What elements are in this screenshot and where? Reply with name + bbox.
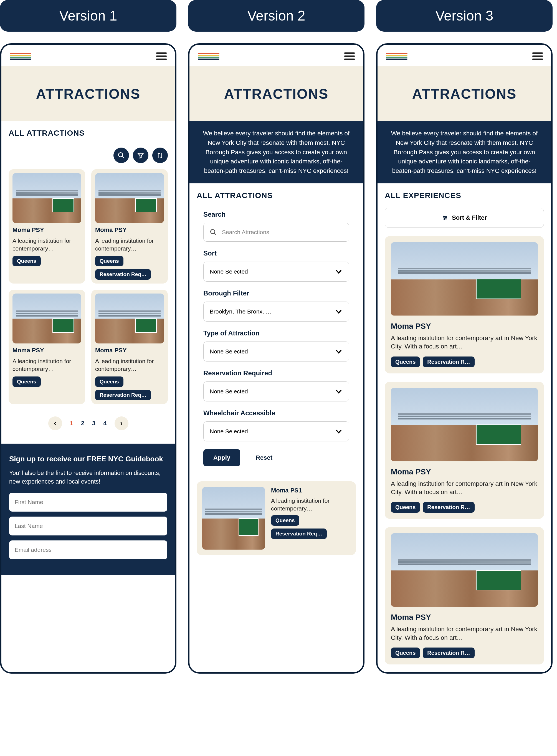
sort-value: None Selected <box>210 268 248 275</box>
page-number[interactable]: 3 <box>92 420 95 427</box>
phone-frame-v1: ATTRACTIONS ALL ATTRACTIONS Moma PSY A l… <box>0 43 176 674</box>
logo[interactable] <box>10 53 31 60</box>
page-number[interactable]: 1 <box>70 420 73 427</box>
reservation-tag: Reservation R… <box>423 647 475 658</box>
next-page-button[interactable]: › <box>115 416 128 430</box>
page-number[interactable]: 2 <box>81 420 84 427</box>
chevron-down-icon <box>334 267 343 276</box>
card-title: Moma PSY <box>95 347 164 354</box>
card-title: Moma PSY <box>391 467 538 476</box>
card-title: Moma PSY <box>391 322 538 331</box>
attraction-image <box>391 388 538 461</box>
phone-frame-v2: ATTRACTIONS We believe every traveler sh… <box>188 43 364 674</box>
prev-page-button[interactable]: ‹ <box>48 416 62 430</box>
pagination: ‹ 1 2 3 4 › <box>9 411 168 436</box>
filter-icon[interactable] <box>133 148 148 163</box>
sort-label: Sort <box>203 250 349 257</box>
search-icon[interactable] <box>113 148 129 163</box>
hero-banner: ATTRACTIONS <box>189 66 363 121</box>
section-title: ALL ATTRACTIONS <box>9 129 168 138</box>
borough-filter-value: Brooklyn, The Bronx, … <box>210 308 271 315</box>
section-title: ALL EXPERIENCES <box>385 191 544 200</box>
type-filter-select[interactable]: None Selected <box>203 342 349 361</box>
card-description: A leading institution for contemporary a… <box>391 480 538 497</box>
intro-copy: We believe every traveler should find th… <box>189 121 363 183</box>
sort-select[interactable]: None Selected <box>203 262 349 282</box>
search-placeholder: Search Attractions <box>222 229 269 236</box>
card-title: Moma PSY <box>391 613 538 622</box>
borough-tag: Queens <box>391 647 420 658</box>
wheelchair-filter-select[interactable]: None Selected <box>203 421 349 441</box>
section-title: ALL ATTRACTIONS <box>197 191 356 200</box>
borough-filter-select[interactable]: Brooklyn, The Bronx, … <box>203 301 349 322</box>
card-title: Moma PS1 <box>271 487 350 494</box>
logo[interactable] <box>386 53 408 60</box>
svg-point-0 <box>118 153 123 157</box>
chevron-down-icon <box>334 427 343 436</box>
experience-card[interactable]: Moma PSY A leading institution for conte… <box>385 236 544 373</box>
hamburger-menu-icon[interactable] <box>344 53 355 60</box>
signup-form: Sign up to receive our FREE NYC Guideboo… <box>1 444 175 575</box>
card-description: A leading institution for contemporary… <box>95 237 164 253</box>
apply-button[interactable]: Apply <box>203 449 240 466</box>
card-description: A leading institution for contemporary a… <box>391 625 538 642</box>
borough-tag: Queens <box>95 376 123 387</box>
attraction-image <box>95 173 164 223</box>
intro-copy: We believe every traveler should find th… <box>378 121 551 183</box>
search-input[interactable]: Search Attractions <box>203 223 349 242</box>
experience-card[interactable]: Moma PSY A leading institution for conte… <box>385 527 544 664</box>
chevron-down-icon <box>334 308 343 316</box>
last-name-field[interactable] <box>9 517 167 535</box>
hero-title: ATTRACTIONS <box>7 86 170 102</box>
hamburger-menu-icon[interactable] <box>156 53 167 60</box>
version-2-header: Version 2 <box>188 0 364 32</box>
borough-tag: Queens <box>12 376 41 387</box>
attraction-card[interactable]: Moma PSY A leading institution for conte… <box>91 169 168 284</box>
attraction-list-item[interactable]: Moma PS1 A leading institution for conte… <box>197 481 356 555</box>
logo[interactable] <box>198 53 219 60</box>
sort-icon[interactable] <box>152 148 168 163</box>
hamburger-menu-icon[interactable] <box>532 53 543 60</box>
type-filter-label: Type of Attraction <box>203 329 349 337</box>
version-3-header: Version 3 <box>376 0 553 32</box>
attraction-card[interactable]: Moma PSY A leading institution for conte… <box>9 290 85 404</box>
reservation-filter-value: None Selected <box>210 388 248 395</box>
reservation-tag: Reservation R… <box>423 356 475 367</box>
version-1-header: Version 1 <box>0 0 176 32</box>
card-description: A leading institution for contemporary a… <box>391 334 538 351</box>
hero-banner: ATTRACTIONS <box>1 66 175 121</box>
card-description: A leading institution for contemporary… <box>12 237 81 253</box>
attraction-image <box>12 293 81 344</box>
reservation-tag: Reservation Req… <box>271 528 327 539</box>
page-number[interactable]: 4 <box>103 420 107 427</box>
email-field[interactable] <box>9 541 167 559</box>
chevron-down-icon <box>334 347 343 356</box>
svg-point-5 <box>445 217 447 219</box>
svg-point-4 <box>444 216 445 217</box>
attraction-card[interactable]: Moma PSY A leading institution for conte… <box>9 169 85 284</box>
attraction-image <box>391 533 538 607</box>
reset-button[interactable]: Reset <box>256 454 272 461</box>
svg-line-1 <box>122 156 123 157</box>
borough-tag: Queens <box>271 515 299 526</box>
attraction-image <box>202 487 265 550</box>
experience-card[interactable]: Moma PSY A leading institution for conte… <box>385 382 544 519</box>
hero-title: ATTRACTIONS <box>195 86 357 102</box>
reservation-tag: Reservation R… <box>423 502 475 513</box>
search-icon <box>210 229 217 236</box>
type-filter-value: None Selected <box>210 348 248 355</box>
signup-heading: Sign up to receive our FREE NYC Guideboo… <box>9 454 167 464</box>
reservation-filter-select[interactable]: None Selected <box>203 381 349 402</box>
card-title: Moma PSY <box>12 226 81 234</box>
phone-frame-v3: ATTRACTIONS We believe every traveler sh… <box>376 43 553 674</box>
chevron-down-icon <box>334 387 343 396</box>
attraction-card[interactable]: Moma PSY A leading institution for conte… <box>91 290 168 404</box>
borough-tag: Queens <box>391 356 420 367</box>
sort-filter-button[interactable]: Sort & Filter <box>385 208 544 228</box>
signup-subtext: You'll also be the first to receive info… <box>9 469 167 486</box>
search-label: Search <box>203 210 349 219</box>
card-title: Moma PSY <box>12 347 81 354</box>
attraction-image <box>391 242 538 316</box>
first-name-field[interactable] <box>9 493 167 512</box>
svg-line-3 <box>214 233 215 234</box>
